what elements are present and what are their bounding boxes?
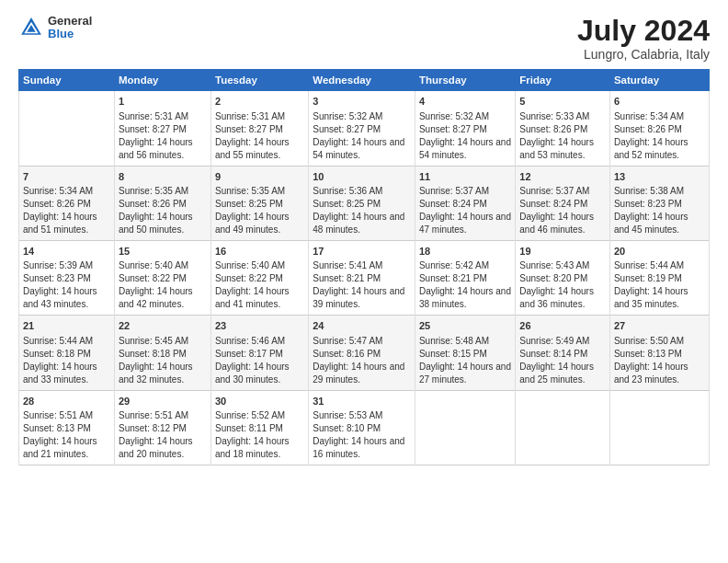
cell-4-4: [415, 390, 515, 465]
day-number: 7: [23, 170, 110, 184]
cell-info: Sunrise: 5:45 AMSunset: 8:18 PMDaylight:…: [119, 335, 207, 386]
cell-1-6: 13 Sunrise: 5:38 AMSunset: 8:23 PMDaylig…: [609, 166, 709, 240]
cell-info: Sunrise: 5:31 AMSunset: 8:27 PMDaylight:…: [119, 110, 207, 162]
cell-info: Sunrise: 5:34 AMSunset: 8:26 PMDaylight:…: [23, 185, 110, 236]
day-number: 6: [614, 95, 705, 109]
day-number: 12: [519, 170, 606, 184]
cell-0-2: 2 Sunrise: 5:31 AMSunset: 8:27 PMDayligh…: [211, 91, 309, 166]
day-number: 13: [614, 170, 705, 184]
cell-3-3: 24 Sunrise: 5:47 AMSunset: 8:16 PMDaylig…: [309, 316, 415, 390]
cell-0-0: [19, 91, 115, 166]
day-number: 3: [313, 95, 411, 109]
day-number: 22: [119, 319, 207, 333]
day-number: 28: [23, 395, 110, 408]
cell-info: Sunrise: 5:36 AMSunset: 8:25 PMDaylight:…: [313, 185, 411, 236]
cell-info: Sunrise: 5:49 AMSunset: 8:14 PMDaylight:…: [519, 335, 606, 386]
cell-0-5: 5 Sunrise: 5:33 AMSunset: 8:26 PMDayligh…: [516, 91, 610, 166]
cell-1-5: 12 Sunrise: 5:37 AMSunset: 8:24 PMDaylig…: [516, 166, 610, 240]
cell-2-3: 17 Sunrise: 5:41 AMSunset: 8:21 PMDaylig…: [309, 240, 415, 315]
cell-1-3: 10 Sunrise: 5:36 AMSunset: 8:25 PMDaylig…: [309, 166, 415, 240]
cell-3-6: 27 Sunrise: 5:50 AMSunset: 8:13 PMDaylig…: [609, 316, 709, 390]
day-number: 19: [519, 245, 606, 259]
cell-info: Sunrise: 5:35 AMSunset: 8:25 PMDaylight:…: [215, 185, 304, 236]
cell-2-0: 14 Sunrise: 5:39 AMSunset: 8:23 PMDaylig…: [19, 240, 115, 315]
day-number: 18: [419, 245, 511, 259]
calendar-table: Sunday Monday Tuesday Wednesday Thursday…: [18, 69, 710, 465]
cell-info: Sunrise: 5:32 AMSunset: 8:27 PMDaylight:…: [313, 110, 411, 162]
col-saturday: Saturday: [609, 70, 709, 91]
cell-info: Sunrise: 5:38 AMSunset: 8:23 PMDaylight:…: [614, 185, 705, 236]
cell-2-4: 18 Sunrise: 5:42 AMSunset: 8:21 PMDaylig…: [415, 240, 515, 315]
day-number: 23: [215, 319, 304, 333]
week-row-2: 14 Sunrise: 5:39 AMSunset: 8:23 PMDaylig…: [19, 240, 710, 315]
cell-info: Sunrise: 5:47 AMSunset: 8:16 PMDaylight:…: [313, 335, 411, 386]
cell-1-0: 7 Sunrise: 5:34 AMSunset: 8:26 PMDayligh…: [19, 166, 115, 240]
cell-info: Sunrise: 5:32 AMSunset: 8:27 PMDaylight:…: [419, 110, 511, 162]
col-friday: Friday: [516, 70, 610, 91]
col-sunday: Sunday: [19, 70, 115, 91]
title-block: July 2024 Lungro, Calabria, Italy: [577, 15, 710, 62]
col-tuesday: Tuesday: [211, 70, 309, 91]
main-title: July 2024: [577, 15, 710, 47]
day-number: 16: [215, 245, 304, 259]
week-row-0: 1 Sunrise: 5:31 AMSunset: 8:27 PMDayligh…: [19, 91, 710, 166]
cell-info: Sunrise: 5:43 AMSunset: 8:20 PMDaylight:…: [519, 259, 606, 311]
cell-2-5: 19 Sunrise: 5:43 AMSunset: 8:20 PMDaylig…: [516, 240, 610, 315]
week-row-4: 28 Sunrise: 5:51 AMSunset: 8:13 PMDaylig…: [19, 390, 710, 465]
day-number: 24: [313, 319, 411, 333]
cell-info: Sunrise: 5:51 AMSunset: 8:12 PMDaylight:…: [119, 409, 207, 461]
week-row-3: 21 Sunrise: 5:44 AMSunset: 8:18 PMDaylig…: [19, 316, 710, 390]
cell-info: Sunrise: 5:33 AMSunset: 8:26 PMDaylight:…: [519, 110, 606, 162]
cell-3-0: 21 Sunrise: 5:44 AMSunset: 8:18 PMDaylig…: [19, 316, 115, 390]
cell-info: Sunrise: 5:51 AMSunset: 8:13 PMDaylight:…: [23, 409, 110, 461]
day-number: 26: [519, 319, 606, 333]
col-thursday: Thursday: [415, 70, 515, 91]
cell-info: Sunrise: 5:46 AMSunset: 8:17 PMDaylight:…: [215, 335, 304, 386]
day-number: 1: [119, 95, 207, 109]
day-number: 15: [119, 245, 207, 259]
page: General Blue July 2024 Lungro, Calabria,…: [0, 0, 728, 563]
day-number: 9: [215, 170, 304, 184]
cell-info: Sunrise: 5:44 AMSunset: 8:18 PMDaylight:…: [23, 335, 110, 386]
day-number: 27: [614, 319, 705, 333]
cell-info: Sunrise: 5:34 AMSunset: 8:26 PMDaylight:…: [614, 110, 705, 162]
day-number: 5: [519, 95, 606, 109]
cell-info: Sunrise: 5:50 AMSunset: 8:13 PMDaylight:…: [614, 335, 705, 386]
cell-info: Sunrise: 5:42 AMSunset: 8:21 PMDaylight:…: [419, 259, 511, 311]
cell-info: Sunrise: 5:40 AMSunset: 8:22 PMDaylight:…: [215, 259, 304, 311]
cell-3-2: 23 Sunrise: 5:46 AMSunset: 8:17 PMDaylig…: [211, 316, 309, 390]
day-number: 2: [215, 95, 304, 109]
cell-0-1: 1 Sunrise: 5:31 AMSunset: 8:27 PMDayligh…: [115, 91, 211, 166]
cell-4-6: [609, 390, 709, 465]
col-wednesday: Wednesday: [309, 70, 415, 91]
logo-icon: [18, 15, 44, 40]
day-number: 21: [23, 319, 110, 333]
cell-info: Sunrise: 5:52 AMSunset: 8:11 PMDaylight:…: [215, 409, 304, 461]
logo-blue-text: Blue: [48, 28, 92, 40]
cell-1-1: 8 Sunrise: 5:35 AMSunset: 8:26 PMDayligh…: [115, 166, 211, 240]
cell-2-2: 16 Sunrise: 5:40 AMSunset: 8:22 PMDaylig…: [211, 240, 309, 315]
cell-0-4: 4 Sunrise: 5:32 AMSunset: 8:27 PMDayligh…: [415, 91, 515, 166]
cell-4-1: 29 Sunrise: 5:51 AMSunset: 8:12 PMDaylig…: [115, 390, 211, 465]
cell-4-5: [516, 390, 610, 465]
logo-text: General Blue: [48, 15, 92, 41]
day-number: 10: [313, 170, 411, 184]
cell-3-5: 26 Sunrise: 5:49 AMSunset: 8:14 PMDaylig…: [516, 316, 610, 390]
cell-4-2: 30 Sunrise: 5:52 AMSunset: 8:11 PMDaylig…: [211, 390, 309, 465]
logo-general-text: General: [48, 15, 92, 28]
day-number: 11: [419, 170, 511, 184]
day-number: 8: [119, 170, 207, 184]
cell-info: Sunrise: 5:41 AMSunset: 8:21 PMDaylight:…: [313, 259, 411, 311]
cell-4-0: 28 Sunrise: 5:51 AMSunset: 8:13 PMDaylig…: [19, 390, 115, 465]
day-number: 4: [419, 95, 511, 109]
day-number: 29: [119, 395, 207, 408]
cell-info: Sunrise: 5:44 AMSunset: 8:19 PMDaylight:…: [614, 259, 705, 311]
cell-4-3: 31 Sunrise: 5:53 AMSunset: 8:10 PMDaylig…: [309, 390, 415, 465]
cell-info: Sunrise: 5:37 AMSunset: 8:24 PMDaylight:…: [519, 185, 606, 236]
cell-1-2: 9 Sunrise: 5:35 AMSunset: 8:25 PMDayligh…: [211, 166, 309, 240]
cell-0-6: 6 Sunrise: 5:34 AMSunset: 8:26 PMDayligh…: [609, 91, 709, 166]
week-row-1: 7 Sunrise: 5:34 AMSunset: 8:26 PMDayligh…: [19, 166, 710, 240]
day-number: 25: [419, 319, 511, 333]
cell-info: Sunrise: 5:53 AMSunset: 8:10 PMDaylight:…: [313, 409, 411, 461]
cell-info: Sunrise: 5:31 AMSunset: 8:27 PMDaylight:…: [215, 110, 304, 162]
